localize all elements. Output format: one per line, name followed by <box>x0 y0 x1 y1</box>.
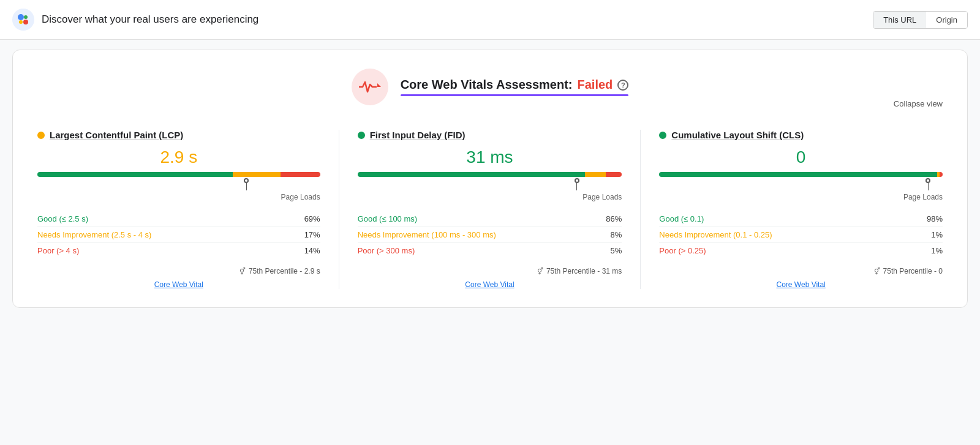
origin-button[interactable]: Origin <box>926 12 967 28</box>
stat-label: Good (≤ 0.1) <box>659 214 704 223</box>
stat-row: Good (≤ 100 ms) 86% <box>358 211 622 227</box>
stat-label: Poor (> 0.25) <box>659 246 706 255</box>
progress-bar-container-fid <box>358 172 622 177</box>
percentile-text-lcp: 75th Percentile - 2.9 s <box>249 267 320 275</box>
percentile-row-fid: ⚥ 75th Percentile - 31 ms <box>358 267 622 275</box>
marker-cls <box>925 179 930 190</box>
svg-marker-5 <box>377 83 381 87</box>
stat-pct: 69% <box>304 214 320 223</box>
metric-dot-cls <box>659 132 666 139</box>
cwv-title: Core Web Vitals Assessment: Failed ? <box>401 78 629 92</box>
header-left: Discover what your real users are experi… <box>12 9 258 31</box>
stat-row: Good (≤ 2.5 s) 69% <box>37 211 320 227</box>
stat-label: Good (≤ 2.5 s) <box>37 214 88 223</box>
marker-container-lcp <box>37 179 320 192</box>
stat-row: Poor (> 0.25) 1% <box>659 243 943 258</box>
metric-title-text-cls: Cumulative Layout Shift (CLS) <box>671 130 804 140</box>
metric-dot-lcp <box>37 132 45 139</box>
bar-good-cls <box>659 172 937 177</box>
percentile-icon-cls: ⚥ <box>874 267 880 275</box>
stat-label: Needs Improvement (100 ms - 300 ms) <box>358 230 496 239</box>
svg-point-0 <box>12 9 34 31</box>
progress-bar-cls <box>659 172 943 177</box>
bar-good-lcp <box>37 172 233 177</box>
metric-col-fid: First Input Delay (FID) 31 ms Page Loads… <box>339 130 641 289</box>
marker-circle-fid <box>575 178 579 183</box>
bar-good-fid <box>358 172 585 177</box>
stat-pct: 17% <box>304 230 320 239</box>
main-card: Core Web Vitals Assessment: Failed ? Col… <box>12 50 968 308</box>
header: Discover what your real users are experi… <box>0 0 980 40</box>
stats-table-fid: Good (≤ 100 ms) 86% Needs Improvement (1… <box>358 211 622 258</box>
stat-label: Good (≤ 100 ms) <box>358 214 417 223</box>
collapse-view-button[interactable]: Collapse view <box>894 99 943 108</box>
page-loads-label-cls: Page Loads <box>659 193 943 201</box>
help-icon[interactable]: ? <box>617 80 628 91</box>
stat-pct: 5% <box>611 246 622 255</box>
stat-pct: 1% <box>931 246 943 255</box>
marker-circle-cls <box>925 178 930 183</box>
stat-row: Poor (> 4 s) 14% <box>37 243 320 258</box>
bar-needs-lcp <box>233 172 281 177</box>
metric-title-fid[interactable]: First Input Delay (FID) <box>358 130 622 140</box>
this-url-button[interactable]: This URL <box>873 12 926 28</box>
stat-row: Needs Improvement (0.1 - 0.25) 1% <box>659 227 943 243</box>
core-web-vital-link-cls[interactable]: Core Web Vital <box>659 280 943 289</box>
marker-container-fid <box>358 179 622 192</box>
percentile-row-lcp: ⚥ 75th Percentile - 2.9 s <box>37 267 320 275</box>
stat-pct: 8% <box>611 230 622 239</box>
stat-row: Poor (> 300 ms) 5% <box>358 243 622 258</box>
cwv-underline <box>401 94 629 96</box>
page-loads-label-fid: Page Loads <box>358 193 622 201</box>
stat-pct: 98% <box>927 214 943 223</box>
core-web-vital-link-fid[interactable]: Core Web Vital <box>358 280 622 289</box>
marker-line-lcp <box>246 183 247 190</box>
metric-col-cls: Cumulative Layout Shift (CLS) 0 Page Loa… <box>641 130 943 289</box>
cwv-title-block: Core Web Vitals Assessment: Failed ? <box>401 78 629 96</box>
marker-line-fid <box>576 183 577 190</box>
metric-dot-fid <box>358 132 365 139</box>
metric-title-text-fid: First Input Delay (FID) <box>370 130 466 140</box>
bar-poor-cls <box>940 172 943 177</box>
stat-pct: 1% <box>931 230 943 239</box>
header-title: Discover what your real users are experi… <box>42 13 258 26</box>
cwv-assessment-status: Failed <box>578 78 613 92</box>
stat-row: Needs Improvement (100 ms - 300 ms) 8% <box>358 227 622 243</box>
percentile-text-cls: 75th Percentile - 0 <box>883 267 943 275</box>
svg-point-1 <box>18 14 24 20</box>
stat-row: Needs Improvement (2.5 s - 4 s) 17% <box>37 227 320 243</box>
percentile-text-fid: 75th Percentile - 31 ms <box>546 267 622 275</box>
metric-value-fid: 31 ms <box>358 148 622 167</box>
cwv-icon <box>352 69 388 105</box>
stat-label: Poor (> 4 s) <box>37 246 79 255</box>
page-loads-label-lcp: Page Loads <box>37 193 320 201</box>
percentile-icon-fid: ⚥ <box>537 267 543 275</box>
metrics-grid: Largest Contentful Paint (LCP) 2.9 s Pag… <box>37 130 943 289</box>
metric-title-text-lcp: Largest Contentful Paint (LCP) <box>50 130 183 140</box>
progress-bar-fid <box>358 172 622 177</box>
bar-poor-fid <box>606 172 622 177</box>
url-toggle: This URL Origin <box>873 11 968 29</box>
stat-pct: 86% <box>606 214 622 223</box>
core-web-vital-link-lcp[interactable]: Core Web Vital <box>37 280 320 289</box>
metric-title-lcp[interactable]: Largest Contentful Paint (LCP) <box>37 130 320 140</box>
marker-circle-lcp <box>244 178 249 183</box>
progress-bar-container-cls <box>659 172 943 177</box>
percentile-icon-lcp: ⚥ <box>239 267 246 275</box>
marker-lcp <box>244 179 249 190</box>
svg-point-2 <box>24 15 28 19</box>
metric-col-lcp: Largest Contentful Paint (LCP) 2.9 s Pag… <box>37 130 339 289</box>
stat-label: Needs Improvement (0.1 - 0.25) <box>659 230 772 239</box>
stat-row: Good (≤ 0.1) 98% <box>659 211 943 227</box>
svg-point-3 <box>19 20 23 24</box>
stat-label: Needs Improvement (2.5 s - 4 s) <box>37 230 151 239</box>
cwv-chart-icon <box>359 78 381 95</box>
logo-icon <box>12 9 34 31</box>
marker-line-cls <box>928 183 929 190</box>
bar-poor-lcp <box>281 172 320 177</box>
progress-bar-container-lcp <box>37 172 320 177</box>
progress-bar-lcp <box>37 172 320 177</box>
bar-needs-fid <box>585 172 606 177</box>
marker-fid <box>575 179 579 190</box>
metric-title-cls[interactable]: Cumulative Layout Shift (CLS) <box>659 130 943 140</box>
